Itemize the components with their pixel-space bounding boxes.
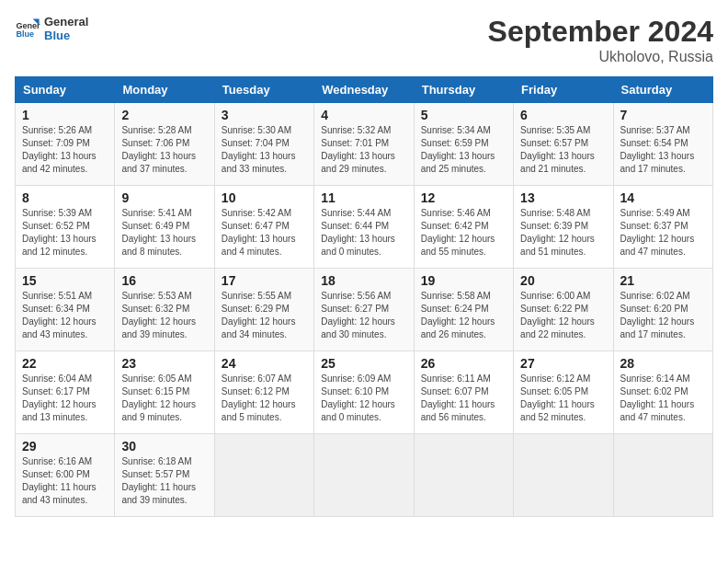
title-area: September 2024 Ukholovo, Russia xyxy=(488,15,713,65)
day-number: 1 xyxy=(22,108,108,122)
calendar-cell: 24Sunrise: 6:07 AMSunset: 6:12 PMDayligh… xyxy=(214,351,313,434)
logo-blue: Blue xyxy=(44,29,88,42)
day-number: 21 xyxy=(620,273,706,288)
month-title: September 2024 xyxy=(488,15,713,49)
calendar-cell: 17Sunrise: 5:55 AMSunset: 6:29 PMDayligh… xyxy=(214,269,313,351)
cell-content: Sunrise: 5:26 AMSunset: 7:09 PMDaylight:… xyxy=(22,124,108,176)
cell-content: Sunrise: 5:56 AMSunset: 6:27 PMDaylight:… xyxy=(321,290,406,341)
cell-content: Sunrise: 5:51 AMSunset: 6:34 PMDaylight:… xyxy=(22,290,108,341)
day-number: 19 xyxy=(421,273,506,288)
cell-content: Sunrise: 5:39 AMSunset: 6:52 PMDaylight:… xyxy=(22,207,108,259)
day-number: 28 xyxy=(620,356,706,371)
cell-content: Sunrise: 5:37 AMSunset: 6:54 PMDaylight:… xyxy=(620,124,706,176)
calendar-cell: 9Sunrise: 5:41 AMSunset: 6:49 PMDaylight… xyxy=(115,186,214,269)
day-number: 17 xyxy=(222,273,307,288)
calendar-cell xyxy=(214,434,313,517)
calendar-cell: 12Sunrise: 5:46 AMSunset: 6:42 PMDayligh… xyxy=(414,186,513,269)
cell-content: Sunrise: 5:55 AMSunset: 6:29 PMDaylight:… xyxy=(222,290,307,341)
calendar-cell: 19Sunrise: 5:58 AMSunset: 6:24 PMDayligh… xyxy=(414,269,513,351)
cell-content: Sunrise: 5:35 AMSunset: 6:57 PMDaylight:… xyxy=(520,124,606,176)
day-number: 8 xyxy=(22,190,108,205)
day-number: 13 xyxy=(520,190,606,205)
day-number: 15 xyxy=(22,273,108,288)
cell-content: Sunrise: 6:04 AMSunset: 6:17 PMDaylight:… xyxy=(22,373,108,424)
day-number: 22 xyxy=(22,356,108,371)
cell-content: Sunrise: 6:16 AMSunset: 6:00 PMDaylight:… xyxy=(22,455,108,507)
calendar-cell: 11Sunrise: 5:44 AMSunset: 6:44 PMDayligh… xyxy=(314,186,414,269)
cell-content: Sunrise: 5:28 AMSunset: 7:06 PMDaylight:… xyxy=(121,124,207,176)
day-number: 4 xyxy=(321,108,406,122)
calendar-cell: 18Sunrise: 5:56 AMSunset: 6:27 PMDayligh… xyxy=(314,269,414,351)
cell-content: Sunrise: 6:14 AMSunset: 6:02 PMDaylight:… xyxy=(620,373,706,424)
day-number: 10 xyxy=(222,190,307,205)
day-number: 16 xyxy=(121,273,207,288)
cell-content: Sunrise: 6:11 AMSunset: 6:07 PMDaylight:… xyxy=(421,373,506,424)
cell-content: Sunrise: 5:34 AMSunset: 6:59 PMDaylight:… xyxy=(421,124,506,176)
col-header-wednesday: Wednesday xyxy=(314,77,414,103)
calendar-cell: 10Sunrise: 5:42 AMSunset: 6:47 PMDayligh… xyxy=(214,186,313,269)
col-header-monday: Monday xyxy=(115,77,214,103)
day-number: 5 xyxy=(421,108,506,122)
day-number: 23 xyxy=(121,356,207,371)
cell-content: Sunrise: 5:30 AMSunset: 7:04 PMDaylight:… xyxy=(222,124,307,176)
calendar-cell: 22Sunrise: 6:04 AMSunset: 6:17 PMDayligh… xyxy=(16,351,115,434)
calendar-cell: 3Sunrise: 5:30 AMSunset: 7:04 PMDaylight… xyxy=(214,103,313,186)
calendar-week-row: 1Sunrise: 5:26 AMSunset: 7:09 PMDaylight… xyxy=(16,103,713,186)
calendar-week-row: 8Sunrise: 5:39 AMSunset: 6:52 PMDaylight… xyxy=(16,186,713,269)
day-number: 27 xyxy=(520,356,606,371)
calendar-cell xyxy=(314,434,414,517)
calendar-cell: 4Sunrise: 5:32 AMSunset: 7:01 PMDaylight… xyxy=(314,103,414,186)
cell-content: Sunrise: 6:07 AMSunset: 6:12 PMDaylight:… xyxy=(222,373,307,424)
location-subtitle: Ukholovo, Russia xyxy=(488,49,713,65)
calendar-cell: 13Sunrise: 5:48 AMSunset: 6:39 PMDayligh… xyxy=(514,186,613,269)
day-number: 30 xyxy=(121,439,207,454)
calendar-cell: 14Sunrise: 5:49 AMSunset: 6:37 PMDayligh… xyxy=(613,186,712,269)
cell-content: Sunrise: 5:41 AMSunset: 6:49 PMDaylight:… xyxy=(121,207,207,259)
cell-content: Sunrise: 6:18 AMSunset: 5:57 PMDaylight:… xyxy=(121,455,207,507)
calendar-cell: 23Sunrise: 6:05 AMSunset: 6:15 PMDayligh… xyxy=(115,351,214,434)
calendar-cell: 1Sunrise: 5:26 AMSunset: 7:09 PMDaylight… xyxy=(16,103,115,186)
day-number: 12 xyxy=(421,190,506,205)
day-number: 20 xyxy=(520,273,606,288)
calendar-week-row: 22Sunrise: 6:04 AMSunset: 6:17 PMDayligh… xyxy=(16,351,713,434)
day-number: 25 xyxy=(321,356,406,371)
col-header-sunday: Sunday xyxy=(16,77,115,103)
calendar-cell: 2Sunrise: 5:28 AMSunset: 7:06 PMDaylight… xyxy=(115,103,214,186)
day-number: 26 xyxy=(421,356,506,371)
day-number: 24 xyxy=(222,356,307,371)
calendar-cell xyxy=(514,434,613,517)
calendar-cell: 26Sunrise: 6:11 AMSunset: 6:07 PMDayligh… xyxy=(414,351,513,434)
calendar-cell: 29Sunrise: 6:16 AMSunset: 6:00 PMDayligh… xyxy=(16,434,115,517)
calendar-cell xyxy=(414,434,513,517)
calendar-cell: 16Sunrise: 5:53 AMSunset: 6:32 PMDayligh… xyxy=(115,269,214,351)
calendar-cell: 30Sunrise: 6:18 AMSunset: 5:57 PMDayligh… xyxy=(115,434,214,517)
calendar-cell: 25Sunrise: 6:09 AMSunset: 6:10 PMDayligh… xyxy=(314,351,414,434)
col-header-tuesday: Tuesday xyxy=(214,77,313,103)
logo-general: General xyxy=(44,15,88,29)
cell-content: Sunrise: 6:09 AMSunset: 6:10 PMDaylight:… xyxy=(321,373,406,424)
cell-content: Sunrise: 5:48 AMSunset: 6:39 PMDaylight:… xyxy=(520,207,606,259)
logo-icon: General Blue xyxy=(15,16,40,41)
calendar-cell: 7Sunrise: 5:37 AMSunset: 6:54 PMDaylight… xyxy=(613,103,712,186)
cell-content: Sunrise: 5:58 AMSunset: 6:24 PMDaylight:… xyxy=(421,290,506,341)
calendar-cell: 8Sunrise: 5:39 AMSunset: 6:52 PMDaylight… xyxy=(16,186,115,269)
header: General Blue General Blue September 2024… xyxy=(15,15,713,65)
col-header-thursday: Thursday xyxy=(414,77,513,103)
calendar-cell: 28Sunrise: 6:14 AMSunset: 6:02 PMDayligh… xyxy=(613,351,712,434)
calendar-cell: 20Sunrise: 6:00 AMSunset: 6:22 PMDayligh… xyxy=(514,269,613,351)
day-number: 2 xyxy=(121,108,207,122)
cell-content: Sunrise: 6:00 AMSunset: 6:22 PMDaylight:… xyxy=(520,290,606,341)
calendar-cell: 21Sunrise: 6:02 AMSunset: 6:20 PMDayligh… xyxy=(613,269,712,351)
day-number: 14 xyxy=(620,190,706,205)
calendar-cell xyxy=(613,434,712,517)
cell-content: Sunrise: 6:05 AMSunset: 6:15 PMDaylight:… xyxy=(121,373,207,424)
day-number: 11 xyxy=(321,190,406,205)
calendar-header-row: SundayMondayTuesdayWednesdayThursdayFrid… xyxy=(16,77,713,103)
calendar-week-row: 29Sunrise: 6:16 AMSunset: 6:00 PMDayligh… xyxy=(16,434,713,517)
logo: General Blue General Blue xyxy=(15,15,88,42)
col-header-friday: Friday xyxy=(514,77,613,103)
cell-content: Sunrise: 5:46 AMSunset: 6:42 PMDaylight:… xyxy=(421,207,506,259)
calendar-cell: 6Sunrise: 5:35 AMSunset: 6:57 PMDaylight… xyxy=(514,103,613,186)
cell-content: Sunrise: 5:53 AMSunset: 6:32 PMDaylight:… xyxy=(121,290,207,341)
day-number: 29 xyxy=(22,439,108,454)
